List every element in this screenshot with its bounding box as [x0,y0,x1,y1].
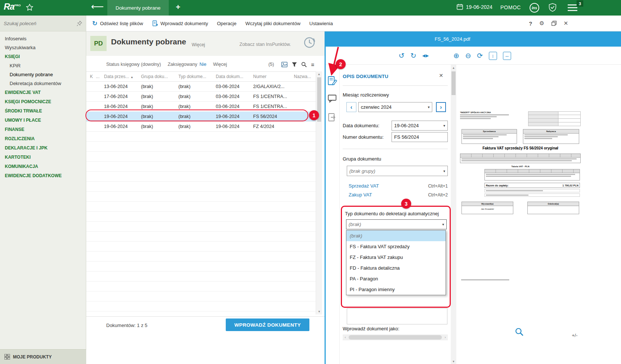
column-header-typ[interactable]: Typ dokume... [177,74,214,79]
command-search[interactable] [0,16,86,31]
sidebar-section-finanse[interactable]: FINANSE [0,125,86,134]
sidebar-section-umowy-i-place[interactable]: UMOWY I PŁACE [0,116,86,125]
zoom-out-icon[interactable]: ⊖ [465,51,471,60]
document-group-select[interactable]: (brak grupy) ▾ [347,166,448,176]
wprowadz-dokumenty-button[interactable]: WPROWADŹ DOKUMENTY [226,318,309,331]
back-arrow-icon[interactable]: ⟵ [91,1,104,12]
scroll-up-icon[interactable]: ▲ [451,65,456,70]
filter-status[interactable]: Status księgowy (dowolny) [106,62,161,67]
column-header-numer[interactable]: Numer [252,74,292,79]
sprzedaz-vat-link[interactable]: Sprzedaż VAT [349,183,379,189]
magnifier-icon[interactable] [515,327,524,336]
new-tab-button[interactable]: + [176,3,180,11]
month-select[interactable]: czerwiec 2024 ▾ [358,102,432,112]
dropdown-option-brak[interactable]: (brak) [346,230,446,241]
search-input[interactable] [4,21,77,26]
security-shield-icon[interactable] [548,3,557,12]
sidebar-section-ewidencje-vat[interactable]: EWIDENCJE VAT [0,88,86,97]
decretation-type-select[interactable]: (brak) ▾ [346,219,447,229]
document-date-select[interactable]: 19-06-2024 ▾ [392,121,448,131]
document-export-icon[interactable] [328,113,337,122]
filter-funnel-icon[interactable] [292,62,297,67]
table-row[interactable]: 13-06-2024 (brak) (brak) 03-06-2024 2/GA… [86,82,316,92]
sidebar-item-dekretacja-dokumentow[interactable]: Dekretacja dokumentów [0,79,86,88]
table-row-selected[interactable]: 19-06-2024 (brak) (brak) 19-06-2024 FS 5… [86,112,316,122]
sidebar-item-kpir[interactable]: KPiR [0,61,86,70]
refresh-file-list-button[interactable]: ↻ Odśwież listę plików [92,20,143,27]
table-row[interactable]: 17-06-2024 (brak) (brak) 03-06-2024 FS 1… [86,92,316,102]
zoom-in-icon[interactable]: ⊕ [453,51,459,60]
scrollbar-thumb[interactable] [452,71,456,95]
sidebar-item-infoserwis[interactable]: Infoserwis [0,34,86,43]
restore-window-icon[interactable] [551,21,557,26]
sidebar-section-deklaracje-i-jpk[interactable]: DEKLARACJE I JPK [0,144,86,153]
close-icon[interactable]: ✕ [564,20,568,27]
help-icon[interactable]: ? [529,20,532,27]
sidebar-section-ksiegi[interactable]: KSIĘGI [0,52,86,61]
notes-field[interactable] [347,308,447,324]
favorites-star-icon[interactable] [26,4,33,11]
column-header-nazwa[interactable]: Nazwa... [292,74,316,79]
inspunkty-status-link[interactable]: Zobacz stan InsPunktów. [239,42,291,47]
list-menu-icon[interactable]: ≡ [311,61,314,68]
column-header-dots[interactable]: ... [94,74,103,79]
scroll-right-icon[interactable]: › [443,336,448,339]
notification-badge[interactable]: 3 [577,0,583,7]
document-number-input[interactable] [392,132,448,142]
rotate-left-icon[interactable]: ↺ [399,51,405,60]
inspunkty-clock-icon[interactable] [302,36,316,50]
sidebar-section-ksiegi-pomocnicze[interactable]: KSIĘGI POMOCNICZE [0,97,86,107]
dropdown-option-fz[interactable]: FZ - Faktura VAT zakupu [346,252,446,263]
scroll-up-icon[interactable]: ▲ [316,71,322,76]
sidebar-section-srodki-trwale[interactable]: ŚRODKI TRWAŁE [0,107,86,116]
search-icon[interactable] [301,62,307,67]
export-image-icon[interactable] [281,62,288,67]
refresh-view-icon[interactable]: ⟳ [477,51,483,60]
sidebar-section-rozliczenia[interactable]: ROZLICZENIA [0,134,86,144]
filter-more-link[interactable]: Więcej [213,62,227,67]
settings-menu[interactable]: Ustawienia [309,21,333,26]
dropdown-option-fs[interactable]: FS - Faktura VAT sprzedaży [346,241,446,252]
sidebar-section-ewidencje-dodatkowe[interactable]: EWIDENCJE DODATKOWE [0,171,86,181]
scroll-down-icon[interactable]: ▼ [451,360,456,363]
scroll-left-icon[interactable]: ‹ [343,336,348,339]
column-header-grupa[interactable]: Grupa doku... [140,74,177,79]
table-row[interactable]: 19-06-2024 (brak) (brak) 19-06-2024 FZ 4… [86,122,316,132]
fit-width-icon[interactable]: ↔ [503,52,511,60]
hamburger-menu-icon[interactable] [568,4,577,11]
next-month-button[interactable]: › [436,102,446,112]
flip-pages-icon[interactable]: ◀▶ [422,53,429,58]
filter-posted-label[interactable]: Zaksięgowany [168,62,197,67]
form-scrollbar[interactable]: ▲ ▼ [451,65,456,364]
column-header-data-przeslania[interactable]: Data przes... ▲ [103,74,140,79]
scrollbar-thumb[interactable] [317,77,321,122]
sidebar-section-kartoteki[interactable]: KARTOTEKI [0,153,86,162]
gear-icon[interactable]: ⚙ [539,20,544,27]
pin-icon[interactable] [77,21,82,26]
current-date[interactable]: 19-06-2024 [457,4,493,10]
zakup-vat-link[interactable]: Zakup VAT [349,192,372,198]
table-scrollbar[interactable]: ▲ ▼ [316,71,322,314]
my-products-button[interactable]: MOJE PRODUKTY [0,349,86,364]
load-document-files-button[interactable]: Wczytaj pliki dokumentów [245,21,301,26]
fit-height-icon[interactable]: ↕ [489,52,497,60]
help-menu[interactable]: POMOC [500,4,521,10]
scrollbar-thumb[interactable] [349,335,442,340]
operations-menu[interactable]: Operacje [217,21,236,26]
import-documents-button[interactable]: Wprowadź dokumenty [152,20,208,26]
sidebar-item-wyszukiwarka[interactable]: Wyszukiwarka [0,43,86,52]
table-row[interactable]: 18-06-2024 (brak) (brak) 03-06-2024 FS 1… [86,102,316,112]
previous-month-button[interactable]: ‹ [346,102,356,112]
sidebar-item-dokumenty-pobrane[interactable]: Dokumenty pobrane [0,70,86,79]
sidebar-section-komunikacja[interactable]: KOMUNIKACJA [0,162,86,171]
tab-dokumenty-pobrane[interactable]: Dokumenty pobrane [107,0,169,16]
ins-account-icon[interactable]: ins [530,3,539,13]
dropdown-option-pi[interactable]: PI - Paragon imienny [346,284,446,295]
horizontal-scrollbar[interactable]: ‹ › [343,334,448,340]
dropdown-option-pa[interactable]: PA - Paragon [346,273,446,284]
dropdown-option-fd[interactable]: FD - Faktura detaliczna [346,263,446,273]
comments-icon[interactable] [328,94,337,103]
close-panel-icon[interactable]: ✕ [439,73,443,78]
column-header-data-dokumentu[interactable]: Data dokum... [214,74,252,79]
rotate-right-icon[interactable]: ↻ [410,51,416,60]
